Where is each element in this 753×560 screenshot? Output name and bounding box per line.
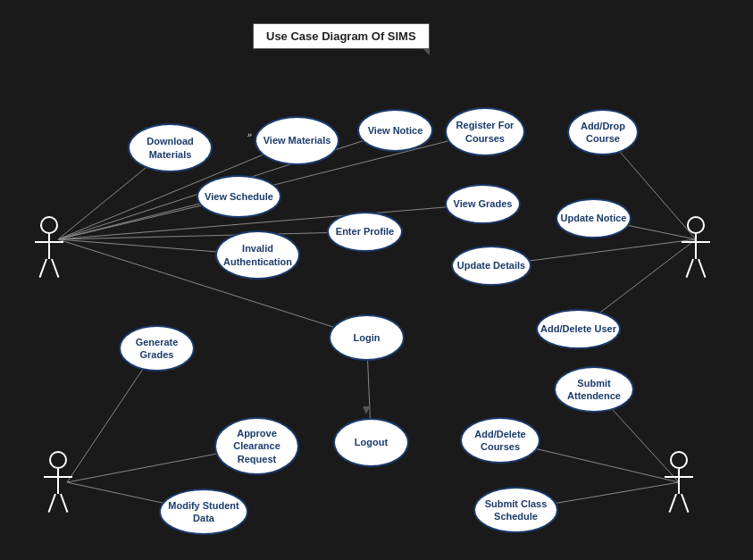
actor-arms (682, 241, 710, 243)
use-case-add-delete-user[interactable]: Add/Delete User (536, 309, 621, 349)
use-case-view-schedule[interactable]: View Schedule (197, 175, 281, 218)
actor-body (678, 469, 680, 494)
actor-body (695, 234, 697, 259)
actor-arms (35, 241, 63, 243)
extend-label-1: » (247, 130, 252, 139)
use-case-modify-student-data[interactable]: Modify StudentData (159, 489, 248, 535)
actor-leg-right (698, 259, 706, 278)
use-case-add-drop-course[interactable]: Add/DropCourse (567, 109, 639, 155)
use-case-submit-class-schedule[interactable]: Submit ClassSchedule (473, 487, 558, 533)
use-case-view-materials[interactable]: View Materials (255, 116, 339, 165)
use-case-login[interactable]: Login (329, 314, 405, 361)
use-case-enter-profile[interactable]: Enter Profile (327, 212, 403, 252)
use-case-logout[interactable]: Logout (333, 418, 409, 467)
actor-leg-right (60, 494, 68, 513)
use-case-add-delete-courses[interactable]: Add/DeleteCourses (460, 417, 540, 464)
svg-line-7 (58, 232, 365, 240)
actor-admin-top (687, 216, 705, 279)
use-case-submit-attendence[interactable]: SubmitAttendence (554, 366, 634, 413)
actor-student-top (40, 216, 58, 279)
actor-head (687, 216, 705, 234)
svg-marker-21 (363, 406, 370, 414)
actor-body (48, 234, 50, 259)
actor-leg-left (39, 259, 47, 278)
actor-head (670, 451, 688, 469)
actor-legs (692, 259, 699, 279)
use-case-view-grades[interactable]: View Grades (445, 184, 521, 224)
use-case-approve-clearance[interactable]: ApproveClearanceRequest (214, 417, 299, 475)
actor-legs (54, 494, 62, 514)
actor-head (40, 216, 58, 234)
use-case-invalid-authentication[interactable]: InvalidAuthentication (215, 230, 300, 280)
use-case-download-materials[interactable]: DownloadMaterials (128, 123, 213, 172)
use-case-register-for-courses[interactable]: Register ForCourses (445, 107, 525, 156)
actor-student-bottom (49, 451, 67, 514)
actor-legs (46, 259, 53, 279)
actor-arms (44, 476, 72, 478)
diagram-title: Use Case Diagram Of SIMS (253, 23, 430, 49)
use-case-update-details[interactable]: Update Details (451, 246, 531, 286)
actor-leg-left (669, 494, 677, 513)
use-case-update-notice[interactable]: Update Notice (556, 198, 632, 238)
actor-admin-bottom (670, 451, 688, 514)
actor-legs (675, 494, 682, 514)
use-case-generate-grades[interactable]: GenerateGrades (119, 325, 195, 372)
svg-line-9 (58, 239, 367, 338)
actor-leg-left (686, 259, 694, 278)
actor-body (57, 469, 59, 494)
use-case-view-notice[interactable]: View Notice (357, 109, 433, 152)
actor-leg-left (48, 494, 56, 513)
actor-leg-right (51, 259, 59, 278)
actor-leg-right (681, 494, 689, 513)
actor-head (49, 451, 67, 469)
actor-arms (665, 476, 693, 478)
